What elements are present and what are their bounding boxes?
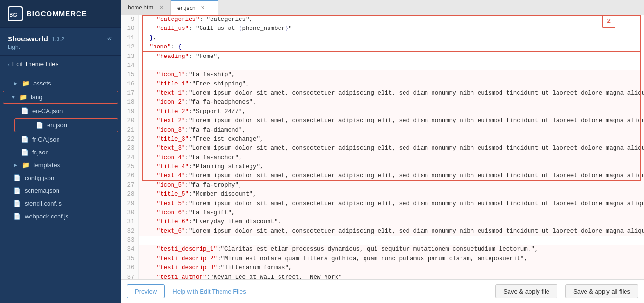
sidebar-item-label: fr.json (32, 149, 49, 156)
line-number: 36 (121, 264, 138, 273)
line-content[interactable]: "testi_descrip_1":"Claritas est etiam pr… (138, 245, 644, 254)
line-content[interactable]: "text_1":"Lorem ipsum dolor sit amet, co… (138, 89, 644, 98)
tab-close-home[interactable]: ✕ (159, 4, 163, 10)
table-row: 26 "text_4":"Lorem ipsum dolor sit amet,… (121, 171, 644, 180)
line-number: 14 (121, 61, 138, 70)
edit-theme-label[interactable]: Edit Theme Files (12, 60, 58, 67)
sidebar-item-schema[interactable]: 📄 schema.json (0, 184, 121, 197)
table-row: 27 "icon_5":"fa fa-trophy", (121, 181, 644, 190)
line-number: 21 (121, 126, 138, 135)
line-number: 11 (121, 34, 138, 43)
line-content[interactable]: "heading": "Home", (138, 52, 644, 61)
table-row: 36 "testi_descrip_3":"litterarum formas"… (121, 264, 644, 273)
sidebar-item-label: webpack.conf.js (25, 213, 69, 220)
line-content[interactable]: "icon_4":"fa fa-anchor", (138, 153, 644, 162)
line-content[interactable]: }, (138, 34, 644, 43)
line-content[interactable]: "text_6":"Lorem ipsum dolor sit amet, co… (138, 227, 644, 236)
editor-area[interactable]: 1 2 9 "categories": "categories",10 "cal… (121, 15, 644, 279)
table-row: 14 (121, 61, 644, 70)
save-all-button[interactable]: Save & apply all files (565, 284, 638, 298)
bottom-bar: Preview Help with Edit Theme Files Save … (121, 279, 644, 303)
file-icon-config: 📄 (13, 174, 21, 181)
table-row: 35 "testi_descrip_2":"Mirum est notare q… (121, 255, 644, 264)
sidebar-item-fr-ca[interactable]: 📄 fr-CA.json (0, 133, 121, 146)
line-content[interactable]: "text_5":"Lorem ipsum dolor sit amet, co… (138, 199, 644, 208)
sidebar-item-en-ca[interactable]: 📄 en-CA.json (0, 104, 121, 117)
sidebar-item-en-json[interactable]: 📄 en.json (14, 118, 118, 132)
line-content[interactable]: "title_3":"Free 1st exchange", (138, 135, 644, 144)
sidebar-item-config[interactable]: 📄 config.json (0, 171, 121, 184)
line-content[interactable]: "title_4":"Planning strategy", (138, 162, 644, 171)
editor-wrapper[interactable]: 1 2 9 "categories": "categories",10 "cal… (121, 15, 644, 279)
line-content[interactable]: "icon_1":"fa fa-ship", (138, 70, 644, 79)
line-content[interactable]: "title_6":"Everyday item discount", (138, 218, 644, 227)
table-row: 20 "text_2":"Lorem ipsum dolor sit amet,… (121, 116, 644, 125)
preview-button[interactable]: Preview (127, 284, 165, 298)
table-row: 10 "call_us": "Call us at {phone_number}… (121, 24, 644, 33)
sidebar: BIG BIGCOMMERCE Shoesworld 1.3.2 « Light… (0, 0, 121, 303)
line-number: 27 (121, 181, 138, 190)
table-row: 19 "title_2":"Support 24/7", (121, 107, 644, 116)
table-row: 9 "categories": "categories", (121, 15, 644, 24)
line-content[interactable] (138, 236, 644, 245)
line-number: 33 (121, 236, 138, 245)
save-file-button[interactable]: Save & apply file (495, 284, 557, 298)
table-row: 32 "text_6":"Lorem ipsum dolor sit amet,… (121, 227, 644, 236)
line-number: 18 (121, 98, 138, 107)
line-content[interactable]: "call_us": "Call us at {phone_number}" (138, 24, 644, 33)
table-row: 16 "title_1":"Free shipping", (121, 80, 644, 89)
annotation-label-2: 2 (602, 15, 615, 28)
sidebar-item-webpack[interactable]: 📄 webpack.conf.js (0, 210, 121, 223)
sidebar-item-label: en.json (47, 122, 67, 129)
sidebar-item-assets[interactable]: ► 📁 assets (0, 77, 121, 90)
sidebar-item-stencil[interactable]: 📄 stencil.conf.js (0, 197, 121, 210)
file-icon-webpack: 📄 (13, 213, 21, 220)
tab-close-en[interactable]: ✕ (201, 5, 205, 11)
sidebar-nav: ► 📁 assets ▼ 📁 lang 📄 en-CA.json 📄 en.js… (0, 72, 121, 303)
line-content[interactable]: "testi_author":"Kevin Lee at Wall street… (138, 273, 644, 280)
table-row: 15 "icon_1":"fa fa-ship", (121, 70, 644, 79)
sidebar-item-templates[interactable]: ► 📁 templates (0, 159, 121, 171)
collapse-button[interactable]: « (106, 34, 114, 43)
sidebar-item-label: stencil.conf.js (25, 200, 62, 207)
line-content[interactable]: "testi_descrip_3":"litterarum formas", (138, 264, 644, 273)
line-number: 37 (121, 273, 138, 280)
line-content[interactable]: "icon_3":"fa fa-diamond", (138, 126, 644, 135)
line-number: 20 (121, 116, 138, 125)
tab-en-json[interactable]: en.json ✕ (171, 0, 218, 15)
help-link[interactable]: Help with Edit Theme Files (173, 288, 246, 295)
line-number: 24 (121, 153, 138, 162)
file-icon-schema: 📄 (13, 187, 21, 194)
line-content[interactable]: "testi_descrip_2":"Mirum est notare quam… (138, 255, 644, 264)
line-content[interactable]: "home": { (138, 43, 644, 52)
line-content[interactable]: "icon_5":"fa fa-trophy", (138, 181, 644, 190)
sidebar-item-label: schema.json (25, 187, 59, 194)
svg-text:BIG: BIG (10, 12, 17, 18)
line-number: 34 (121, 245, 138, 254)
line-number: 15 (121, 70, 138, 79)
line-content[interactable]: "title_2":"Support 24/7", (138, 107, 644, 116)
line-content[interactable]: "icon_6":"fa fa-gift", (138, 208, 644, 218)
table-row: 22 "title_3":"Free 1st exchange", (121, 135, 644, 144)
line-content[interactable]: "icon_2":"fa fa-headphones", (138, 98, 644, 107)
line-number: 31 (121, 218, 138, 227)
table-row: 31 "title_6":"Everyday item discount", (121, 218, 644, 227)
line-content[interactable]: "title_5":"Member discount", (138, 190, 644, 199)
sidebar-item-fr-json[interactable]: 📄 fr.json (0, 146, 121, 159)
table-row: 12 "home": { (121, 43, 644, 52)
line-number: 19 (121, 107, 138, 116)
theme-version: 1.3.2 (52, 36, 65, 43)
tab-home-html[interactable]: home.html ✕ (121, 0, 171, 15)
chevron-right-icon-templates: ► (13, 162, 18, 168)
line-content[interactable]: "text_2":"Lorem ipsum dolor sit amet, co… (138, 116, 644, 125)
sidebar-item-lang[interactable]: ▼ 📁 lang (3, 91, 118, 104)
line-content[interactable] (138, 61, 644, 70)
line-content[interactable]: "text_3":"Lorem ipsum dolor sit amet, co… (138, 144, 644, 153)
line-content[interactable]: "categories": "categories", (138, 15, 644, 24)
line-number: 10 (121, 24, 138, 33)
table-row: 11 }, (121, 34, 644, 43)
line-content[interactable]: "title_1":"Free shipping", (138, 80, 644, 89)
main-content: home.html ✕ en.json ✕ 1 2 9 "categories"… (121, 0, 644, 303)
file-icon-en-ca: 📄 (21, 107, 29, 114)
line-content[interactable]: "text_4":"Lorem ipsum dolor sit amet, co… (138, 171, 644, 180)
